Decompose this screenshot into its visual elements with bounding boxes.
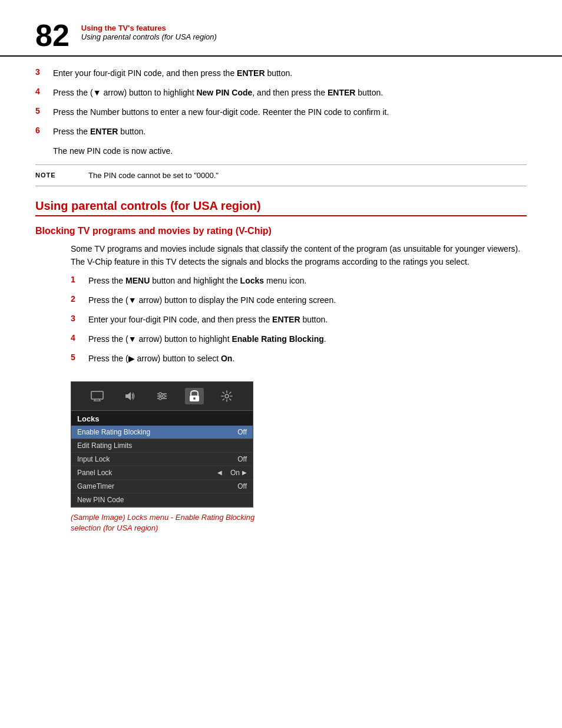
svg-rect-0 xyxy=(91,391,103,399)
svg-point-8 xyxy=(159,393,161,395)
section-step-text-4: Press the (▼ arrow) button to highlight … xyxy=(88,333,326,345)
section-step-number-5: 5 xyxy=(71,353,88,362)
tv-menu-row-enable-rating: Enable Rating Blocking Off xyxy=(71,426,253,439)
section-step-5: 5 Press the (▶ arrow) button to select O… xyxy=(71,353,527,365)
top-step-6: 6 Press the ENTER button. xyxy=(35,126,527,138)
page-number: 82 xyxy=(35,20,70,51)
tv-menu-row-label-new-pin: New PIN Code xyxy=(77,496,247,504)
section-step-number-2: 2 xyxy=(71,294,88,304)
tv-menu-title: Locks xyxy=(71,411,253,426)
page-container: 82 Using the TV's features Using parenta… xyxy=(0,0,562,728)
step-number-6: 6 xyxy=(35,126,53,135)
tv-menu-row-label-panel-lock: Panel Lock xyxy=(77,469,217,477)
step-text-3: Enter your four-digit PIN code, and then… xyxy=(53,67,292,80)
subsection-heading: Blocking TV programs and movies by ratin… xyxy=(35,226,527,236)
tv-menu-row-value-gametimer: Off xyxy=(237,482,247,490)
caption-text: (Sample Image) Locks menu - Enable Ratin… xyxy=(71,512,259,533)
top-step-3: 3 Enter your four-digit PIN code, and th… xyxy=(35,67,527,80)
section-steps: 1 Press the MENU button and highlight th… xyxy=(71,275,527,365)
tv-menu: Locks Enable Rating Blocking Off Edit Ra… xyxy=(71,381,253,508)
note-text: The PIN code cannot be set to "0000." xyxy=(88,171,219,180)
section-heading: Using parental controls (for USA region) xyxy=(35,199,527,216)
top-step-5: 5 Press the Number buttons to enter a ne… xyxy=(35,106,527,118)
tv-menu-row-value-input-lock: Off xyxy=(237,455,247,463)
content-area: 3 Enter your four-digit PIN code, and th… xyxy=(0,57,562,533)
pin-active-note: The new PIN code is now active. xyxy=(35,145,527,157)
section-step-1: 1 Press the MENU button and highlight th… xyxy=(71,275,527,287)
svg-point-9 xyxy=(163,395,165,397)
header-subtitle: Using parental controls (for USA region) xyxy=(81,32,217,41)
tv-menu-icon-monitor xyxy=(88,388,107,404)
tv-menu-row-input-lock: Input Lock Off xyxy=(71,453,253,466)
step-text-6: Press the ENTER button. xyxy=(53,126,146,138)
svg-point-13 xyxy=(225,394,229,398)
arrow-left-icon: ◀ xyxy=(217,469,222,476)
section-step-text-1: Press the MENU button and highlight the … xyxy=(88,275,306,287)
section-step-number-4: 4 xyxy=(71,333,88,342)
tv-menu-icon-settings xyxy=(153,388,171,404)
tv-menu-row-value-enable-rating: Off xyxy=(237,428,247,436)
section-step-text-5: Press the (▶ arrow) button to select On. xyxy=(88,353,234,365)
section-step-4: 4 Press the (▼ arrow) button to highligh… xyxy=(71,333,527,345)
step-text-4: Press the (▼ arrow) button to highlight … xyxy=(53,87,383,99)
header-text: Using the TV's features Using parental c… xyxy=(81,24,217,41)
step-text-5: Press the Number buttons to enter a new … xyxy=(53,106,389,118)
header-title: Using the TV's features xyxy=(81,24,217,32)
tv-menu-icon-lock xyxy=(185,388,204,404)
tv-menu-icon-speaker xyxy=(120,388,139,404)
step-number-5: 5 xyxy=(35,106,53,116)
tv-menu-row-panel-lock: Panel Lock ◀ On ▶ xyxy=(71,466,253,480)
top-steps: 3 Enter your four-digit PIN code, and th… xyxy=(35,57,527,157)
tv-menu-row-label-enable-rating: Enable Rating Blocking xyxy=(77,428,232,436)
section-step-number-3: 3 xyxy=(71,314,88,323)
tv-menu-row-label-gametimer: GameTimer xyxy=(77,482,232,490)
section-step-2: 2 Press the (▼ arrow) button to display … xyxy=(71,294,527,307)
tv-menu-row-edit-rating: Edit Rating Limits xyxy=(71,439,253,453)
tv-menu-icon-gear xyxy=(217,388,236,404)
note-label: NOTE xyxy=(35,172,88,179)
tv-menu-row-new-pin: New PIN Code xyxy=(71,493,253,507)
step-number-3: 3 xyxy=(35,67,53,77)
tv-menu-container: Locks Enable Rating Blocking Off Edit Ra… xyxy=(71,381,253,508)
section-step-3: 3 Enter your four-digit PIN code, and th… xyxy=(71,314,527,326)
tv-menu-row-label-edit-rating: Edit Rating Limits xyxy=(77,442,247,450)
step-number-4: 4 xyxy=(35,87,53,96)
svg-point-10 xyxy=(159,397,161,400)
tv-menu-row-label-input-lock: Input Lock xyxy=(77,455,232,463)
section-step-text-3: Enter your four-digit PIN code, and then… xyxy=(88,314,328,326)
section-step-text-2: Press the (▼ arrow) button to display th… xyxy=(88,294,336,307)
body-para: Some TV programs and movies include sign… xyxy=(71,242,527,269)
page-header: 82 Using the TV's features Using parenta… xyxy=(0,24,562,57)
section-step-number-1: 1 xyxy=(71,275,88,284)
tv-menu-icons xyxy=(71,382,253,411)
svg-marker-4 xyxy=(125,392,131,400)
tv-menu-row-value-panel-lock: On xyxy=(230,469,240,477)
svg-point-12 xyxy=(193,397,196,400)
note-box: NOTE The PIN code cannot be set to "0000… xyxy=(35,164,527,186)
tv-menu-row-gametimer: GameTimer Off xyxy=(71,480,253,493)
top-step-4: 4 Press the (▼ arrow) button to highligh… xyxy=(35,87,527,99)
pin-active-text: The new PIN code is now active. xyxy=(53,145,173,157)
arrow-right-icon: ▶ xyxy=(242,469,247,476)
